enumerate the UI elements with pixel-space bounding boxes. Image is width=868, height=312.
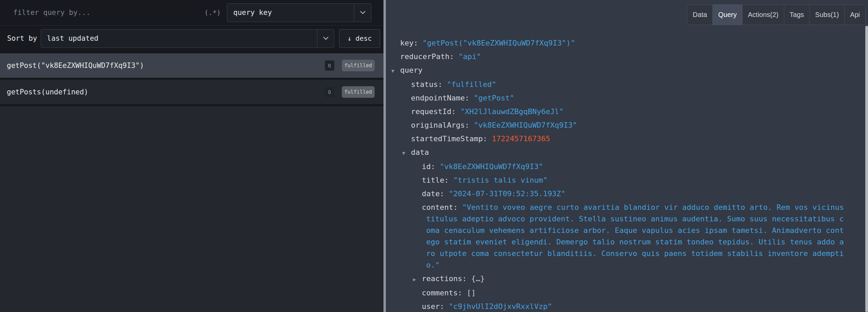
chevron-down-icon xyxy=(354,4,371,22)
tree-key[interactable]: comments xyxy=(422,289,458,297)
filter-bar: (.*) query key xyxy=(0,0,383,25)
tree-row-inner: date: "2024-07-31T09:52:35.193Z" xyxy=(422,189,566,198)
tree-row: endpointName: "getPost" xyxy=(400,91,858,105)
tree-key[interactable]: title xyxy=(422,176,444,184)
tree-colon: : xyxy=(431,162,440,171)
tree-key[interactable]: query xyxy=(400,66,422,74)
tree-row: status: "fulfilled" xyxy=(400,78,858,91)
tree-key[interactable]: reducerPath xyxy=(400,52,450,61)
tree-value: 1722457167365 xyxy=(492,134,550,143)
tree-value: "vk8EeZXWHIQuWD7fXq9I3" xyxy=(440,162,543,171)
inspector-panel: DataQueryActions(2)TagsSubs(1)Api key: "… xyxy=(386,0,868,312)
sort-field-value: last updated xyxy=(41,34,317,42)
sort-by-label: Sort by xyxy=(7,34,37,42)
tree-row-inner: status: "fulfilled" xyxy=(411,80,496,89)
tree-row: date: "2024-07-31T09:52:35.193Z" xyxy=(400,187,858,201)
tab-tags[interactable]: Tags xyxy=(784,5,809,25)
filter-query-input[interactable] xyxy=(13,8,198,17)
panel-resizer[interactable] xyxy=(383,0,386,312)
chevron-down-icon xyxy=(317,30,334,48)
tree-value: "fulfilled" xyxy=(447,80,496,89)
collapse-icon[interactable]: ▼ xyxy=(391,65,400,77)
collapse-icon[interactable]: ▼ xyxy=(402,147,411,159)
tree-row-inner: user: "c9jhvUlI2dOjxvRxxlVzp" xyxy=(422,302,552,311)
tree-key[interactable]: data xyxy=(411,148,429,157)
regex-toggle[interactable]: (.*) xyxy=(204,8,221,17)
tree-key[interactable]: startedTimeStamp xyxy=(411,134,483,143)
sort-order-button[interactable]: ↓ desc xyxy=(339,29,380,48)
tree-key[interactable]: date xyxy=(422,189,440,198)
tree-row: user: "c9jhvUlI2dOjxvRxxlVzp" xyxy=(400,300,858,312)
tree-key[interactable]: reactions xyxy=(422,274,462,283)
tree-colon: : xyxy=(465,121,474,129)
query-type-badge: Q xyxy=(325,60,334,71)
tree-row: startedTimeStamp: 1722457167365 xyxy=(400,132,858,146)
query-list-item[interactable]: getPost("vk8EeZXWHIQuWD7fXq9I3") Q fulfi… xyxy=(0,53,383,80)
tree-colon: : xyxy=(453,203,462,212)
tree-value: {…} xyxy=(471,274,485,283)
tree-row: ▼data xyxy=(400,146,858,160)
tree-value: "2024-07-31T09:52:35.193Z" xyxy=(449,189,565,198)
tab-query[interactable]: Query xyxy=(712,5,742,25)
tree-row: requestId: "XH2lJlauwdZBgqBNy6eJl" xyxy=(400,105,858,118)
filter-field-select[interactable]: query key xyxy=(227,3,371,22)
tree-colon: : xyxy=(462,274,471,283)
tree-value: "vk8EeZXWHIQuWD7fXq9I3" xyxy=(474,121,577,129)
sort-field-select[interactable]: last updated xyxy=(41,29,334,48)
tree-key[interactable]: key xyxy=(400,39,414,47)
tab-data[interactable]: Data xyxy=(687,5,712,25)
tree-key[interactable]: originalArgs xyxy=(411,121,465,129)
tree-key[interactable]: content xyxy=(422,203,453,212)
query-detail-tree: key: "getPost("vk8EeZXWHIQuWD7fXq9I3")" … xyxy=(386,0,868,312)
tree-colon: : xyxy=(414,39,423,47)
tree-row-inner: content: "Ventito voveo aegre curto avar… xyxy=(422,202,847,271)
tree-colon: : xyxy=(458,289,467,297)
tree-row: ▼query xyxy=(400,63,858,78)
query-list-panel: (.*) query key Sort by last updated ↓ de… xyxy=(0,0,383,312)
tree-colon: : xyxy=(483,134,492,143)
tree-key[interactable]: id xyxy=(422,162,431,171)
scrollbar-thumb[interactable] xyxy=(865,26,868,312)
sort-order-label: desc xyxy=(355,34,372,42)
tree-value: "getPost("vk8EeZXWHIQuWD7fXq9I3")" xyxy=(422,39,575,47)
tree-key[interactable]: requestId xyxy=(411,107,451,116)
tree-row: id: "vk8EeZXWHIQuWD7fXq9I3" xyxy=(400,160,858,173)
tree-row-inner: comments: [] xyxy=(422,289,476,297)
query-badges: Q fulfilled xyxy=(325,86,375,98)
status-badge: fulfilled xyxy=(342,86,375,98)
query-type-badge: Q xyxy=(325,87,334,97)
tab-api[interactable]: Api xyxy=(844,5,865,25)
tree-row: key: "getPost("vk8EeZXWHIQuWD7fXq9I3")" xyxy=(400,36,858,50)
arrow-down-icon: ↓ xyxy=(347,34,351,42)
tree-colon: : xyxy=(438,80,447,89)
tree-value: "XH2lJlauwdZBgqBNy6eJl" xyxy=(460,107,564,116)
status-badge: fulfilled xyxy=(342,60,375,71)
tab-subs1[interactable]: Subs(1) xyxy=(809,5,844,25)
tree-row-inner: requestId: "XH2lJlauwdZBgqBNy6eJl" xyxy=(411,107,564,116)
tree-row-inner: reducerPath: "api" xyxy=(400,52,481,61)
tree-row: originalArgs: "vk8EeZXWHIQuWD7fXq9I3" xyxy=(400,118,858,132)
tree-row-inner: key: "getPost("vk8EeZXWHIQuWD7fXq9I3")" xyxy=(400,39,575,47)
tree-row-inner: title: "tristis talis vinum" xyxy=(422,176,548,184)
tree-key[interactable]: endpointName xyxy=(411,94,465,102)
tree-row-inner: ▼query xyxy=(400,66,422,74)
query-label: getPost("vk8EeZXWHIQuWD7fXq9I3") xyxy=(7,61,325,70)
tree-colon: : xyxy=(465,94,474,102)
tree-row-inner: endpointName: "getPost" xyxy=(411,94,514,102)
tree-row-inner: originalArgs: "vk8EeZXWHIQuWD7fXq9I3" xyxy=(411,121,577,129)
tree-colon: : xyxy=(440,189,449,198)
tree-value: [] xyxy=(467,289,476,297)
tree-row: comments: [] xyxy=(400,286,858,300)
tree-row-inner: startedTimeStamp: 1722457167365 xyxy=(411,134,550,143)
expand-icon[interactable]: ▶ xyxy=(413,274,422,285)
tree-key[interactable]: user xyxy=(422,302,440,311)
rtk-query-devtools: (.*) query key Sort by last updated ↓ de… xyxy=(0,0,868,312)
tree-row: title: "tristis talis vinum" xyxy=(400,173,858,187)
tree-colon: : xyxy=(450,52,459,61)
tree-value: "c9jhvUlI2dOjxvRxxlVzp" xyxy=(449,302,552,311)
query-list-item[interactable]: getPosts(undefined) Q fulfilled xyxy=(0,80,383,106)
tree-key[interactable]: status xyxy=(411,80,438,89)
tab-actions2[interactable]: Actions(2) xyxy=(742,5,784,25)
query-badges: Q fulfilled xyxy=(325,60,375,71)
tree-value: "Ventito voveo aegre curto avaritia blan… xyxy=(426,203,848,269)
